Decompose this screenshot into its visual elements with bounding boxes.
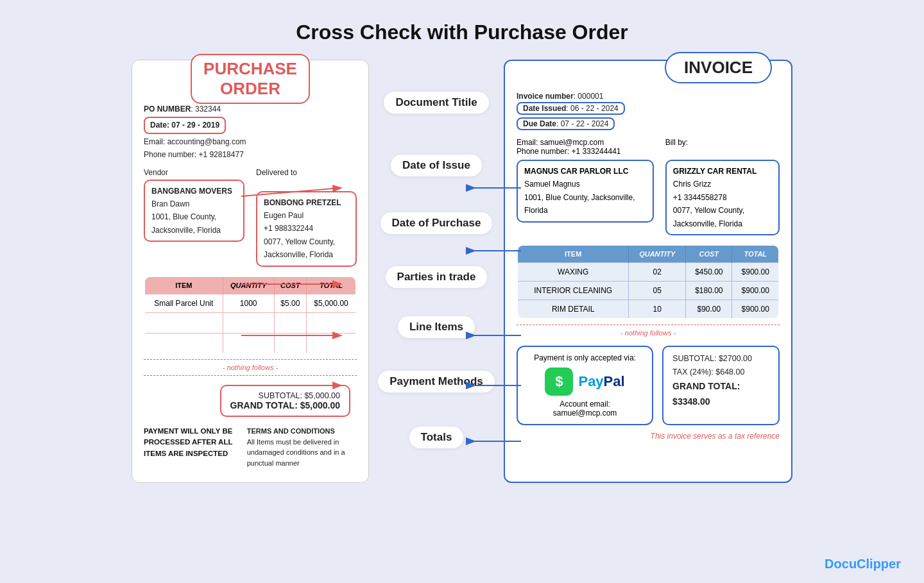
line-items-label: Line Items [398, 316, 475, 338]
inv-from-address: 1001, Blue County, Jacksonville, Florida [524, 191, 646, 217]
invoice-label: INVOICE [665, 52, 772, 83]
po-phone: Phone number: +1 92818477 [144, 148, 357, 161]
paypal-text: PayPal [578, 373, 624, 390]
main-container: PURCHASE ORDER PO NUMBER: 332344 Date: 0… [0, 60, 924, 483]
inv-payment-text: Payment is only accepted via: [527, 353, 643, 362]
po-col-qty: QUANTITY [223, 276, 274, 294]
po-r2-total [307, 312, 356, 333]
inv-r3-cost: $90.00 [686, 300, 732, 319]
inv-col-total: TOTAL [732, 245, 779, 263]
totals-label: Totals [409, 427, 464, 448]
po-label-line2: ORDER [203, 79, 297, 99]
inv-r3-qty: 10 [629, 300, 686, 319]
vendor-address: 1001, Blue County, Jacksonville, Florida [151, 210, 237, 237]
invoice-card: INVOICE Invoice number: 000001 Date Issu… [504, 60, 792, 483]
po-col-item: ITEM [144, 276, 223, 294]
inv-row-1: WAXING 02 $450.00 $900.00 [517, 262, 779, 281]
po-deliver-col: Delivered to BONBONG PRETZEL Eugen Paul … [256, 168, 357, 267]
po-terms-title: TERMS AND CONDITIONS [247, 426, 357, 437]
po-vendor-box: BANGBANG MOVERS Bran Dawn 1001, Blue Cou… [144, 180, 244, 242]
purchase-order-card: PURCHASE ORDER PO NUMBER: 332344 Date: 0… [132, 60, 369, 483]
inv-r2-qty: 05 [629, 281, 686, 300]
po-subtotal-row: SUBTOTAL: $5,000.00 [230, 391, 340, 400]
po-r2-qty [223, 312, 274, 333]
po-r1-cost: $5.00 [274, 294, 306, 312]
po-row-2 [144, 312, 356, 333]
docu-clipper-logo: DocuClipper [825, 557, 901, 571]
po-two-col: Vendor BANGBANG MOVERS Bran Dawn 1001, B… [144, 168, 357, 267]
inv-from-contact: Samuel Magnus [524, 178, 646, 190]
paypal-area: $ PayPal [527, 368, 643, 396]
inv-to-contact: Chris Grizz [673, 178, 772, 190]
po-row-1: Small Parcel Unit 1000 $5.00 $5,000.00 [144, 294, 356, 312]
po-r1-total: $5,000.00 [307, 294, 356, 312]
inv-r3-item: RIM DETAIL [517, 300, 629, 319]
paypal-icon: $ [545, 368, 573, 396]
invoice-header: Invoice number: 000001 Date Issued: 06 -… [517, 92, 780, 131]
docu-part: Docu [825, 557, 857, 571]
po-row-3 [144, 333, 356, 353]
clipper-part: Clipper [857, 557, 901, 571]
po-label-line1: PURCHASE [203, 59, 297, 79]
vendor-label: Vendor [144, 168, 244, 177]
po-r3-cost [274, 333, 306, 353]
po-r1-item: Small Parcel Unit [144, 294, 223, 312]
deliver-name: BONBONG PRETZEL [264, 196, 349, 209]
inv-r1-item: WAXING [517, 262, 629, 281]
inv-tax-ref: This invoice serves as a tax reference [517, 432, 780, 441]
middle-labels-column: Document Titile Date of Issue Date of Pu… [369, 60, 504, 130]
po-r3-item [144, 333, 223, 353]
inv-col-qty: QUANTITY [629, 245, 686, 263]
po-number-label: PO NUMBER [144, 105, 191, 114]
deliver-label: Delivered to [256, 168, 357, 177]
po-number: PO NUMBER: 332344 [144, 103, 357, 115]
inv-to-phone: +1 3344558278 [673, 191, 772, 204]
inv-to-box: GRIZZLY CAR RENTAL Chris Grizz +1 334455… [665, 160, 780, 235]
inv-table: ITEM QUANTITY COST TOTAL WAXING 02 $450.… [517, 244, 780, 319]
inv-from-company: MAGNUS CAR PARLOR LLC [524, 165, 646, 178]
inv-r2-total: $900.00 [732, 281, 779, 300]
inv-row-3: RIM DETAIL 10 $90.00 $900.00 [517, 300, 779, 319]
inv-two-col: Email: samuel@mcp.com Phone number: +1 3… [517, 138, 780, 235]
payment-methods-label: Payment Methods [378, 371, 494, 393]
inv-to-company: GRIZZLY CAR RENTAL [673, 165, 772, 178]
inv-r2-item: INTERIOR CLEANING [517, 281, 629, 300]
inv-bottom: Payment is only accepted via: $ PayPal A… [517, 346, 780, 425]
inv-row-2: INTERIOR CLEANING 05 $180.00 $900.00 [517, 281, 779, 300]
page-title: Cross Check with Purchase Order [0, 0, 924, 60]
inv-bill-by-label: Bill by: [665, 138, 780, 147]
po-grand-total-row: GRAND TOTAL: $5,000.00 [230, 400, 340, 410]
po-date-box: Date: 07 - 29 - 2019 [144, 117, 226, 133]
inv-grand-total-row: GRAND TOTAL: $3348.00 [672, 379, 769, 410]
po-nothing-follows: - nothing follows - [144, 359, 357, 376]
deliver-address: 0077, Yellow County, Jacksonville, Flori… [264, 235, 349, 262]
po-number-value: 332344 [195, 105, 221, 114]
po-vendor-col: Vendor BANGBANG MOVERS Bran Dawn 1001, B… [144, 168, 244, 267]
po-r3-total [307, 333, 356, 353]
date-of-purchase-label: Date of Purchase [381, 212, 493, 234]
inv-payment-email: Account email: samuel@mcp.com [527, 400, 643, 418]
po-r3-qty [223, 333, 274, 353]
inv-nothing-follows: - nothing follows - [517, 325, 780, 341]
inv-payment-box: Payment is only accepted via: $ PayPal A… [517, 346, 653, 425]
po-terms: TERMS AND CONDITIONS All Items must be d… [247, 426, 357, 468]
vendor-name: BANGBANG MOVERS [151, 185, 237, 198]
date-of-issue-label: Date of Issue [391, 155, 482, 176]
deliver-contact: Eugen Paul [264, 209, 349, 222]
document-title-label: Document Titile [384, 92, 488, 114]
inv-r1-cost: $450.00 [686, 262, 732, 281]
po-bottom: PAYMENT WILL ONLY BE PROCESSED AFTER ALL… [144, 426, 357, 468]
inv-subtotals: SUBTOTAL: $2700.00 TAX (24%): $648.00 GR… [662, 346, 780, 425]
deliver-phone: +1 988332244 [264, 222, 349, 235]
inv-date-issued-box: Date Issued: 06 - 22 - 2024 [517, 102, 625, 115]
inv-r3-total: $900.00 [732, 300, 779, 319]
inv-due-date-box: Due Date: 07 - 22 - 2024 [517, 117, 615, 130]
po-label: PURCHASE ORDER [191, 54, 310, 104]
inv-r2-cost: $180.00 [686, 281, 732, 300]
po-payment-notice: PAYMENT WILL ONLY BE PROCESSED AFTER ALL… [144, 426, 235, 468]
inv-email: Email: samuel@mcp.com [517, 138, 654, 147]
po-r2-item [144, 312, 223, 333]
inv-from-box: MAGNUS CAR PARLOR LLC Samuel Magnus 1001… [517, 160, 654, 223]
inv-col-cost: COST [686, 245, 732, 263]
inv-phone: Phone number: +1 333244441 [517, 147, 654, 156]
